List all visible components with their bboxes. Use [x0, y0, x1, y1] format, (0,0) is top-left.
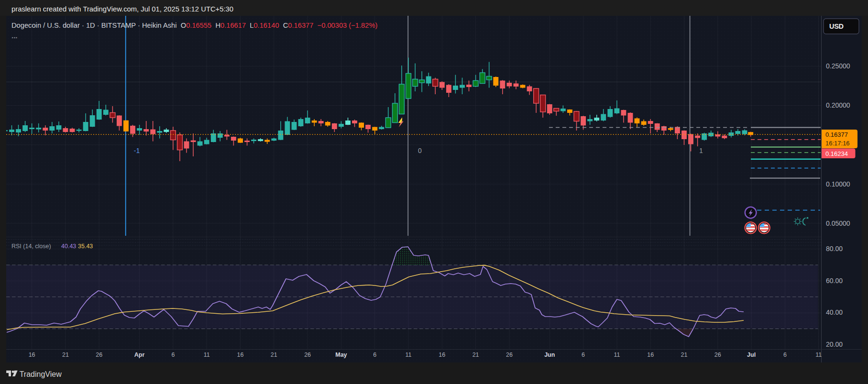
svg-text:16: 16 [29, 351, 35, 358]
svg-text:16:17:16: 16:17:16 [825, 140, 850, 147]
svg-text:11: 11 [406, 351, 412, 358]
svg-text:6: 6 [171, 351, 175, 358]
svg-text:-1: -1 [134, 147, 140, 154]
svg-text:16: 16 [237, 351, 244, 358]
svg-text:praslearn created with Trading: praslearn created with TradingView.com, … [11, 5, 233, 13]
svg-text:0.16377: 0.16377 [825, 131, 848, 138]
svg-text:21: 21 [472, 351, 479, 358]
svg-text:Jul: Jul [747, 351, 756, 358]
svg-text:TradingView: TradingView [20, 370, 62, 378]
svg-text:20.00: 20.00 [826, 340, 843, 348]
svg-text:35.43: 35.43 [78, 243, 93, 250]
svg-text:26: 26 [506, 351, 513, 358]
svg-text:21: 21 [681, 351, 688, 358]
svg-text:Apr: Apr [134, 351, 145, 358]
svg-text:6: 6 [783, 351, 787, 358]
svg-text:21: 21 [62, 351, 69, 358]
svg-text:16: 16 [647, 351, 654, 358]
svg-text:6: 6 [373, 351, 376, 358]
svg-text:26: 26 [96, 351, 102, 358]
svg-text:6: 6 [582, 351, 585, 358]
svg-text:40.43: 40.43 [61, 243, 76, 250]
svg-text:80.00: 80.00 [826, 245, 843, 252]
svg-text:11: 11 [815, 351, 822, 358]
svg-text:60.00: 60.00 [826, 277, 843, 285]
svg-text:21: 21 [271, 351, 277, 358]
svg-text:Dogecoin / U.S. dollar · 1D ·: Dogecoin / U.S. dollar · 1D · BITSTAMP ·… [11, 22, 377, 29]
svg-text:0.16234: 0.16234 [825, 150, 848, 157]
svg-text:USD: USD [829, 22, 844, 30]
svg-text:1: 1 [699, 147, 703, 154]
svg-text:RSI (14, close): RSI (14, close) [11, 243, 51, 250]
svg-text:...: ... [11, 32, 18, 40]
svg-text:0.10000: 0.10000 [826, 180, 850, 188]
svg-text:11: 11 [204, 351, 210, 358]
svg-text:16: 16 [439, 351, 445, 358]
svg-text:0.25000: 0.25000 [826, 62, 850, 70]
svg-text:Jun: Jun [544, 351, 555, 358]
svg-text:0.05000: 0.05000 [826, 219, 850, 227]
svg-text:11: 11 [614, 351, 620, 358]
svg-text:0.20000: 0.20000 [826, 101, 850, 109]
svg-text:0: 0 [418, 147, 422, 154]
svg-text:May: May [335, 351, 347, 358]
svg-text:26: 26 [304, 351, 311, 358]
svg-text:40.00: 40.00 [826, 308, 843, 316]
svg-text:26: 26 [714, 351, 721, 358]
